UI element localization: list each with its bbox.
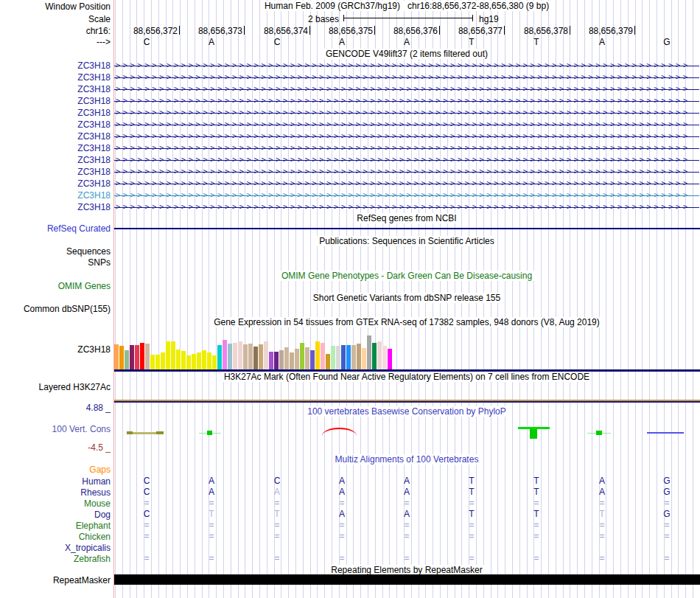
scale-bar-left-tick (343, 15, 344, 21)
gtex-tissue-bar (176, 350, 181, 369)
alignment-base: T (528, 487, 545, 498)
multiz-gaps-label[interactable]: Gaps (0, 465, 111, 475)
gencode-gene-row[interactable]: >>>>>>>>>>>>>>>>>>>>>>>>>>>>>>>>>>>>>>>>… (114, 190, 699, 201)
gencode-row-label[interactable]: ZC3H18 (0, 72, 111, 83)
window-position-label: Window Position (0, 1, 111, 12)
dbsnp-label[interactable]: Common dbSNP(155) (0, 304, 111, 314)
species-label-rhesus[interactable]: Rhesus (0, 487, 111, 498)
alignment-gap-glyph: = (268, 553, 286, 564)
alignment-base: A (333, 476, 351, 487)
gencode-gene-row[interactable]: >>>>>>>>>>>>>>>>>>>>>>>>>>>>>>>>>>>>>>>>… (114, 95, 699, 107)
gtex-tissue-bar (341, 345, 346, 369)
gencode-row-label[interactable]: ZC3H18 (0, 60, 111, 71)
conservation-feature (647, 432, 684, 434)
ruler-coordinate: 88,656,378 (502, 26, 568, 36)
gtex-tissue-bar (346, 345, 351, 369)
gtex-tissue-bar (269, 352, 273, 369)
gencode-gene-row[interactable]: >>>>>>>>>>>>>>>>>>>>>>>>>>>>>>>>>>>>>>>>… (114, 107, 699, 119)
species-label-elephant[interactable]: Elephant (0, 521, 111, 531)
species-label-chicken[interactable]: Chicken (0, 532, 111, 542)
gtex-tissue-bar (377, 341, 382, 369)
gencode-gene-row[interactable]: >>>>>>>>>>>>>>>>>>>>>>>>>>>>>>>>>>>>>>>>… (114, 166, 699, 178)
gencode-row-label[interactable]: ZC3H18 (0, 190, 111, 201)
gencode-gene-row[interactable]: >>>>>>>>>>>>>>>>>>>>>>>>>>>>>>>>>>>>>>>>… (114, 83, 699, 95)
gencode-row-label[interactable]: ZC3H18 (0, 202, 111, 212)
gencode-row-label[interactable]: ZC3H18 (0, 155, 111, 165)
alignment-gap-glyph: = (593, 553, 611, 564)
gencode-row-label[interactable]: ZC3H18 (0, 119, 111, 130)
h3k27ac-label[interactable]: Layered H3K27Ac (0, 382, 111, 392)
alignment-base: T (268, 509, 286, 520)
gtex-tissue-bar (279, 350, 284, 369)
species-label-mouse[interactable]: Mouse (0, 498, 111, 509)
gencode-gene-row[interactable]: >>>>>>>>>>>>>>>>>>>>>>>>>>>>>>>>>>>>>>>>… (114, 178, 699, 190)
alignment-row-dog[interactable]: CTTAATTTG (114, 509, 699, 520)
gencode-row-label[interactable]: ZC3H18 (0, 167, 111, 177)
gencode-gene-row[interactable]: >>>>>>>>>>>>>>>>>>>>>>>>>>>>>>>>>>>>>>>>… (114, 72, 699, 83)
gencode-gene-row[interactable]: >>>>>>>>>>>>>>>>>>>>>>>>>>>>>>>>>>>>>>>>… (114, 154, 699, 166)
gtex-tissue-bar (382, 346, 387, 369)
alignment-base: G (658, 476, 676, 487)
gencode-track-title: GENCODE V49lift37 (2 items filtered out) (114, 49, 699, 59)
publications-track-title: Publications: Sequences in Scientific Ar… (114, 236, 699, 246)
strand-arrowheads: >>>>>>>>>>>>>>>>>>>>>>>>>>>>>>>>>>>>>>>>… (116, 144, 690, 152)
genome-browser-screenshot: Window Position Human Feb. 2009 (GRCh37/… (0, 0, 700, 598)
sequences-label[interactable]: Sequences (0, 246, 111, 257)
repeatmasker-label[interactable]: RepeatMasker (0, 575, 111, 585)
conservation-feature (156, 431, 164, 434)
gtex-gene-label[interactable]: ZC3H18 (0, 344, 111, 355)
omim-genes-label[interactable]: OMIM Genes (0, 281, 111, 291)
alignment-base: G (658, 487, 676, 498)
phylop-label[interactable]: 100 Vert. Cons (0, 424, 111, 434)
scale-bar-right-tick (472, 15, 473, 21)
gtex-tissue-bar (161, 352, 165, 369)
gtex-tissue-bar (145, 344, 150, 369)
gtex-track-title: Gene Expression in 54 tissues from GTEx … (114, 317, 699, 327)
snps-label[interactable]: SNPs (0, 257, 111, 268)
alignment-gap-glyph: = (528, 553, 545, 564)
gtex-tissue-bar (202, 350, 206, 369)
species-label-dog[interactable]: Dog (0, 510, 111, 520)
gencode-row-label[interactable]: ZC3H18 (0, 143, 111, 153)
gtex-tissue-bar (315, 341, 320, 369)
gtex-tissue-bar (295, 349, 299, 369)
gtex-tissue-bar (166, 341, 170, 369)
gencode-row-label[interactable]: ZC3H18 (0, 108, 111, 118)
alignment-row-x_tropicalis[interactable] (114, 542, 699, 553)
alignment-row-mouse[interactable]: ========= (114, 498, 699, 509)
phylop-track-title: 100 vertebrates Basewise Conservation by… (114, 406, 699, 417)
assembly-label: hg19 (479, 14, 499, 24)
alignment-base: A (333, 509, 351, 520)
gencode-gene-row[interactable]: >>>>>>>>>>>>>>>>>>>>>>>>>>>>>>>>>>>>>>>>… (114, 131, 699, 142)
gencode-row-label[interactable]: ZC3H18 (0, 84, 111, 94)
scale-label: Scale (0, 14, 111, 24)
gtex-expression-bar-chart[interactable] (114, 327, 394, 369)
gtex-tissue-bar (336, 346, 340, 369)
gencode-row-label[interactable]: ZC3H18 (0, 178, 111, 189)
refseq-curated-label[interactable]: RefSeq Curated (0, 223, 111, 234)
alignment-gap-glyph: = (203, 498, 220, 509)
gencode-gene-row[interactable]: >>>>>>>>>>>>>>>>>>>>>>>>>>>>>>>>>>>>>>>>… (114, 119, 699, 131)
refseq-gene-item[interactable] (114, 228, 700, 229)
gencode-gene-row[interactable]: >>>>>>>>>>>>>>>>>>>>>>>>>>>>>>>>>>>>>>>>… (114, 60, 699, 72)
repeatmasker-element[interactable] (114, 574, 700, 585)
alignment-row-human[interactable]: CACAATTAG (114, 476, 699, 487)
gencode-row-label[interactable]: ZC3H18 (0, 96, 111, 106)
alignment-gap-glyph: = (398, 498, 416, 509)
gencode-row-label[interactable]: ZC3H18 (0, 131, 111, 142)
alignment-row-rhesus[interactable]: CAAAATTAG (114, 487, 699, 498)
species-label-x_tropicalis[interactable]: X_tropicalis (0, 543, 111, 553)
alignment-row-elephant[interactable]: ========= (114, 520, 699, 531)
species-label-zebrafish[interactable]: Zebrafish (0, 554, 111, 564)
alignment-row-chicken[interactable]: ========= (114, 531, 699, 542)
alignment-base: A (593, 476, 611, 487)
species-label-human[interactable]: Human (0, 476, 111, 487)
gtex-tissue-bar (171, 341, 175, 369)
gencode-gene-row[interactable]: >>>>>>>>>>>>>>>>>>>>>>>>>>>>>>>>>>>>>>>>… (114, 201, 699, 213)
base-letter: C (268, 37, 286, 47)
omim-track-title: OMIM Gene Phenotypes - Dark Green Can Be… (114, 271, 699, 281)
alignment-gap-glyph: = (203, 531, 220, 542)
alignment-row-zebrafish[interactable]: ========= (114, 553, 699, 564)
gencode-gene-row[interactable]: >>>>>>>>>>>>>>>>>>>>>>>>>>>>>>>>>>>>>>>>… (114, 142, 699, 154)
gtex-tissue-bar (217, 345, 222, 369)
